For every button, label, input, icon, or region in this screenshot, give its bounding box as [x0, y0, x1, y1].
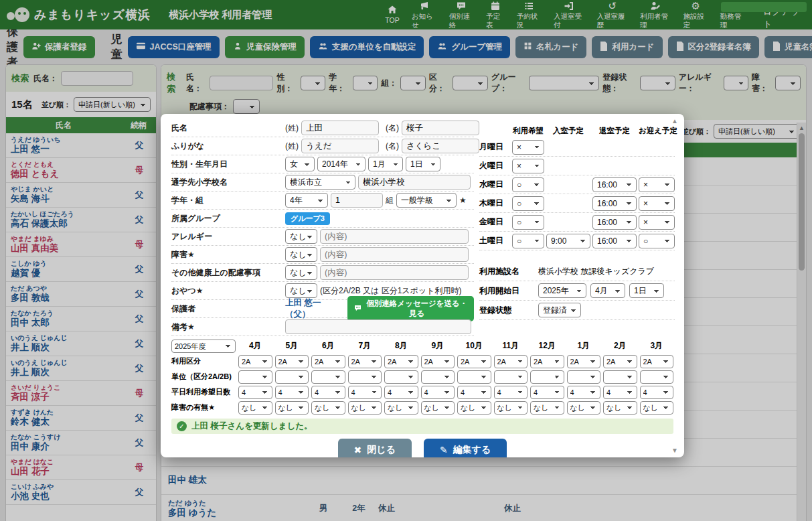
- month-disability-select[interactable]: なし: [275, 401, 309, 415]
- exit-time-select[interactable]: 16:00: [592, 215, 637, 230]
- month-unit-select[interactable]: [530, 370, 564, 384]
- month-days-select[interactable]: 4: [238, 386, 272, 399]
- pickup-select[interactable]: ×: [639, 196, 675, 211]
- month-kubun-select[interactable]: 2A: [384, 355, 418, 368]
- month-days-select[interactable]: 4: [275, 386, 309, 399]
- month-disability-select[interactable]: なし: [421, 401, 455, 415]
- month-unit-select[interactable]: [384, 370, 418, 384]
- field-guardian: 保護者 上田 悠一（父） 個別連絡メッセージを送る・見る: [171, 300, 474, 318]
- snack-select[interactable]: なし: [285, 283, 317, 298]
- month-disability-select[interactable]: なし: [457, 401, 491, 415]
- group-badge[interactable]: グループ3: [285, 212, 330, 225]
- month-disability-select[interactable]: なし: [348, 401, 382, 415]
- exit-time-select[interactable]: 16:00: [592, 196, 637, 211]
- month-days-select[interactable]: 4: [530, 386, 564, 399]
- grade-select[interactable]: 4年: [285, 193, 328, 208]
- use-select[interactable]: ○: [512, 215, 544, 230]
- allergy-detail-input[interactable]: [320, 229, 469, 244]
- use-select[interactable]: ○: [512, 177, 544, 192]
- month-days-select[interactable]: 4: [640, 386, 674, 399]
- pickup-select[interactable]: ○: [639, 234, 675, 248]
- gender-select[interactable]: 女: [285, 157, 315, 171]
- exit-time-select[interactable]: 16:00: [592, 177, 637, 192]
- month-disability-select[interactable]: なし: [640, 401, 674, 415]
- guardian-link[interactable]: 上田 悠一（父）: [285, 297, 339, 320]
- fiscal-year-select[interactable]: 2025年度: [171, 340, 236, 353]
- month-unit-select[interactable]: [567, 370, 601, 384]
- month-kubun-select[interactable]: 2A: [567, 355, 601, 368]
- start-day-select[interactable]: 1日: [629, 283, 664, 298]
- month-kubun-select[interactable]: 2A: [457, 355, 491, 368]
- month-kubun-select[interactable]: 2A: [640, 355, 674, 368]
- birth-year-select[interactable]: 2014年: [317, 157, 366, 171]
- month-disability-select[interactable]: なし: [567, 401, 601, 415]
- school-type-select[interactable]: 横浜市立: [285, 175, 355, 190]
- use-select[interactable]: ○: [512, 196, 544, 211]
- close-button[interactable]: ✖ 閉じる: [338, 439, 412, 457]
- field-start-date: 利用開始日 2025年 4月 1日: [479, 281, 675, 301]
- month-disability-select[interactable]: なし: [530, 401, 564, 415]
- class-type-select[interactable]: 一般学級: [396, 193, 457, 208]
- registration-status-select[interactable]: 登録済: [538, 303, 581, 317]
- month-days-select[interactable]: 4: [311, 386, 345, 399]
- month-disability-select[interactable]: なし: [494, 401, 528, 415]
- edit-button[interactable]: ✎ 編集する: [424, 439, 507, 457]
- use-select[interactable]: ×: [512, 159, 544, 173]
- month-unit-select[interactable]: [640, 370, 674, 384]
- month-kubun-select[interactable]: 2A: [238, 355, 272, 368]
- month-unit-select[interactable]: [494, 370, 528, 384]
- month-disability-select[interactable]: なし: [603, 401, 637, 415]
- month-days-select[interactable]: 4: [457, 386, 491, 399]
- month-unit-select[interactable]: [275, 370, 309, 384]
- modal-scroll-down-icon[interactable]: ▼: [671, 447, 678, 454]
- last-name-input[interactable]: [301, 121, 379, 135]
- month-disability-select[interactable]: なし: [384, 401, 418, 415]
- enter-time-select[interactable]: 9:00: [546, 234, 590, 248]
- month-days-select[interactable]: 4: [421, 386, 455, 399]
- other-health-select[interactable]: なし: [285, 265, 317, 280]
- use-select[interactable]: ○: [512, 234, 544, 248]
- month-kubun-select[interactable]: 2A: [311, 355, 345, 368]
- month-kubun-select[interactable]: 2A: [494, 355, 528, 368]
- school-name-input[interactable]: [358, 175, 471, 190]
- month-kubun-select[interactable]: 2A: [421, 355, 455, 368]
- class-input[interactable]: [331, 193, 383, 208]
- disability-detail-input[interactable]: [320, 247, 469, 262]
- month-disability-select[interactable]: なし: [238, 401, 272, 415]
- first-name-input[interactable]: [402, 121, 479, 135]
- month-kubun-select[interactable]: 2A: [603, 355, 637, 368]
- month-days-select[interactable]: 4: [567, 386, 601, 399]
- month-kubun-select[interactable]: 2A: [348, 355, 382, 368]
- disability-select[interactable]: なし: [285, 247, 317, 262]
- other-health-detail-input[interactable]: [320, 265, 469, 280]
- allergy-select[interactable]: なし: [285, 229, 317, 244]
- schedule-row-friday: 金曜日 ○ 16:00 ×: [479, 213, 675, 232]
- use-select[interactable]: ×: [512, 140, 544, 155]
- month-days-select[interactable]: 4: [348, 386, 382, 399]
- month-unit-select[interactable]: [311, 370, 345, 384]
- start-month-select[interactable]: 4月: [590, 283, 625, 298]
- month-unit-select[interactable]: [603, 370, 637, 384]
- month-kubun-select[interactable]: 2A: [530, 355, 564, 368]
- birth-month-select[interactable]: 1月: [368, 157, 403, 171]
- send-message-button[interactable]: 個別連絡メッセージを送る・見る: [347, 296, 474, 321]
- month-unit-select[interactable]: [421, 370, 455, 384]
- month-disability-select[interactable]: なし: [311, 401, 345, 415]
- pickup-select[interactable]: ×: [639, 177, 675, 192]
- first-name-kana-input[interactable]: [402, 139, 479, 153]
- month-unit-select[interactable]: [457, 370, 491, 384]
- pickup-select[interactable]: ×: [639, 215, 675, 230]
- month-days-select[interactable]: 4: [603, 386, 637, 399]
- note-input[interactable]: [285, 319, 471, 334]
- month-days-select[interactable]: 4: [494, 386, 528, 399]
- month-kubun-select[interactable]: 2A: [275, 355, 309, 368]
- exit-time-select[interactable]: 16:00: [592, 234, 637, 248]
- month-unit-select[interactable]: [238, 370, 272, 384]
- last-name-kana-input[interactable]: [301, 139, 379, 153]
- month-unit-select[interactable]: [348, 370, 382, 384]
- edit-pencil-icon: ✎: [440, 445, 448, 455]
- start-year-select[interactable]: 2025年: [538, 283, 586, 298]
- month-days-select[interactable]: 4: [384, 386, 418, 399]
- birth-day-select[interactable]: 1日: [406, 157, 440, 171]
- modal-scroll-up-icon[interactable]: ▲: [671, 117, 678, 125]
